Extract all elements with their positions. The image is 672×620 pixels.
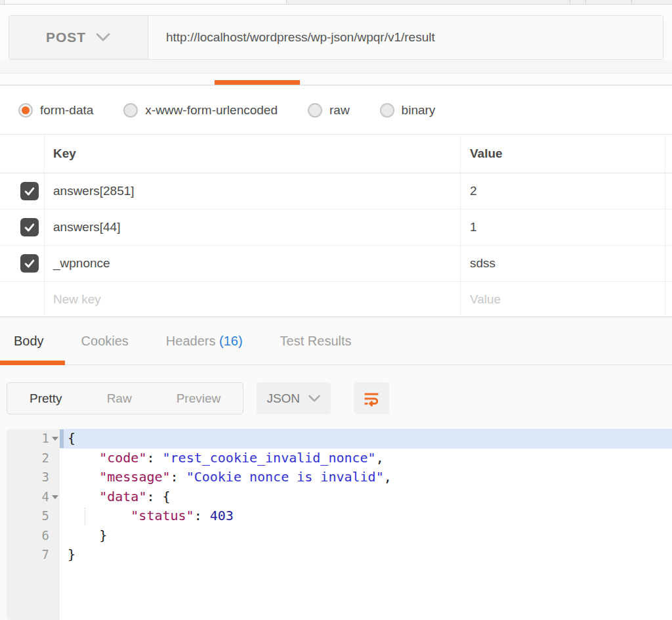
check-icon (23, 185, 36, 198)
tab-divider (585, 0, 586, 4)
token-punct (68, 508, 131, 523)
checkbox-checked[interactable] (20, 182, 39, 200)
code-text: { (60, 429, 672, 449)
response-section: BodyCookiesHeaders (16)Test Results Pret… (0, 317, 672, 620)
request-url-bar: POST http://localhost/wordpress/wp-json/… (9, 15, 663, 60)
tab-cookies[interactable]: Cookies (81, 334, 129, 349)
token-key: "status" (131, 508, 194, 523)
body-type-option-x-www-form-urlencoded[interactable]: x-www-form-urlencoded (123, 103, 278, 118)
tab-label: Test Results (280, 334, 352, 348)
code-text: "status": 403 (60, 506, 672, 526)
radio-label: raw (329, 103, 350, 118)
body-type-selector: form-datax-www-form-urlencodedrawbinary (0, 86, 672, 134)
radio-unselected-icon (123, 103, 138, 118)
code-line: 4 "data": { (7, 487, 672, 507)
body-type-option-binary[interactable]: binary (380, 103, 436, 118)
body-type-option-form-data[interactable]: form-data (18, 103, 93, 118)
active-tab-indicator (0, 361, 65, 365)
wrap-text-icon (362, 389, 381, 409)
tab-body[interactable]: Body (14, 334, 44, 349)
code-line: 7} (7, 545, 672, 565)
app-tab[interactable] (4, 0, 287, 4)
checkbox-checked[interactable] (20, 254, 39, 273)
table-header-value: Value (461, 135, 665, 173)
row-extra-cell (665, 173, 672, 210)
token-str: "Cookie nonce is invalid" (186, 469, 384, 485)
param-value-field[interactable]: 2 (461, 173, 665, 210)
code-line: 1{ (7, 429, 672, 449)
token-punct: : (194, 508, 210, 523)
token-str: "rest_cookie_invalid_nonce" (163, 450, 376, 466)
token-key: "code" (99, 450, 146, 466)
table-header-key: Key (45, 135, 461, 173)
language-label: JSON (266, 391, 300, 406)
url-input[interactable]: http://localhost/wordpress/wp-json/wpqr/… (148, 16, 663, 59)
code-text: } (60, 526, 672, 546)
row-extra-cell (665, 210, 672, 246)
token-punct (68, 450, 99, 466)
checkbox-checked[interactable] (20, 218, 39, 236)
new-row-extra-cell (665, 282, 672, 317)
chevron-down-icon (95, 32, 111, 43)
method-dropdown[interactable]: POST (9, 16, 148, 59)
token-punct: } (68, 546, 75, 562)
new-key-input[interactable]: New key (45, 282, 461, 317)
body-type-option-raw[interactable]: raw (308, 103, 350, 118)
code-filler-area (60, 565, 672, 620)
text-cursor (60, 430, 64, 448)
radio-label: x-www-form-urlencoded (145, 103, 278, 118)
app-tab-strip (0, 0, 672, 5)
code-text: "data": { (60, 487, 672, 507)
url-value: http://localhost/wordpress/wp-json/wpqr/… (166, 30, 435, 45)
preview-mode-button[interactable]: Preview (154, 383, 243, 414)
check-icon (23, 257, 36, 270)
pretty-mode-button[interactable]: Pretty (7, 383, 85, 414)
raw-mode-button[interactable]: Raw (85, 383, 154, 414)
new-value-input[interactable]: Value (461, 282, 665, 317)
radio-unselected-icon (308, 103, 322, 118)
response-body-editor[interactable]: 1{2 "code": "rest_cookie_invalid_nonce",… (7, 429, 672, 620)
code-text: } (60, 545, 672, 565)
chevron-down-icon (308, 394, 321, 403)
check-icon (23, 221, 36, 234)
fold-toggle-icon[interactable] (52, 495, 58, 499)
line-number: 6 (7, 526, 60, 546)
table-header-extra (665, 135, 672, 173)
param-key-field[interactable]: answers[2851] (45, 173, 461, 210)
radio-selected-icon (18, 103, 33, 118)
line-number: 1 (7, 429, 60, 449)
language-dropdown[interactable]: JSON (257, 382, 331, 414)
postman-window: POST http://localhost/wordpress/wp-json/… (0, 0, 672, 620)
token-punct: , (376, 450, 384, 466)
method-label: POST (46, 30, 86, 45)
request-body-tab-indicator (215, 80, 300, 85)
line-number: 3 (7, 468, 60, 487)
code-line: 3 "message": "Cookie nonce is invalid", (7, 468, 672, 487)
row-checkbox-cell (0, 173, 45, 210)
token-punct (68, 469, 99, 485)
radio-unselected-icon (380, 103, 394, 118)
view-mode-group: PrettyRawPreview (7, 382, 243, 414)
request-tab-strip (0, 74, 672, 85)
param-value-field[interactable]: sdss (461, 246, 665, 282)
param-key-field[interactable]: answers[44] (45, 210, 461, 246)
tab-label: Body (14, 334, 44, 348)
tab-headers[interactable]: Headers (16) (166, 334, 243, 349)
param-value-field[interactable]: 1 (461, 210, 665, 246)
token-punct: { (68, 430, 75, 446)
param-key-field[interactable]: _wpnonce (45, 246, 461, 282)
tab-divider (570, 0, 570, 4)
line-number: 5 (7, 506, 60, 526)
new-row-checkbox-cell (0, 282, 45, 317)
line-number: 2 (7, 449, 60, 468)
token-punct: } (99, 527, 107, 543)
code-text: "message": "Cookie nonce is invalid", (60, 468, 672, 487)
token-punct: : (146, 450, 162, 466)
token-punct (68, 527, 99, 543)
row-checkbox-cell (0, 210, 45, 246)
fold-toggle-icon[interactable] (52, 437, 58, 441)
wrap-text-button[interactable] (354, 382, 389, 414)
token-punct: : (171, 469, 186, 485)
gutter-filler (7, 565, 60, 620)
tab-test-results[interactable]: Test Results (280, 334, 352, 349)
